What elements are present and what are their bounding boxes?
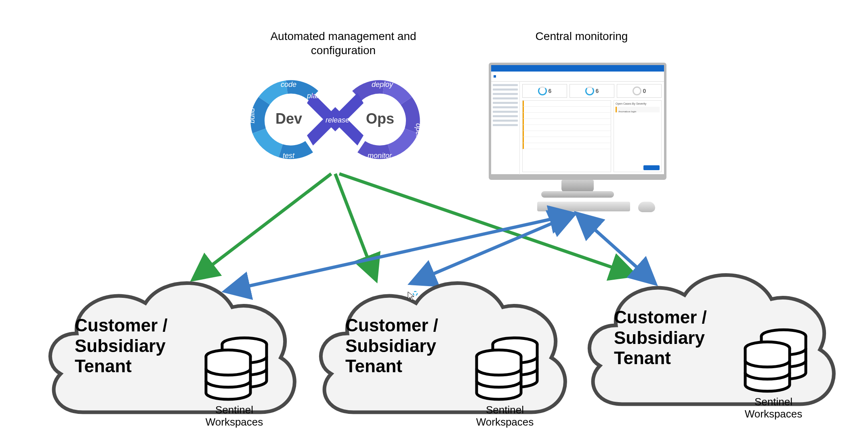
tenant-cloud-1: Customer / Subsidiary Tenant Sentinel Wo… (38, 267, 297, 436)
tenant-title-l3: Tenant (75, 356, 132, 376)
workspaces-l2: Workspaces (476, 416, 534, 428)
tenant-title-l3: Tenant (614, 348, 671, 368)
database-pair-icon (471, 335, 543, 406)
tenant-title: Customer / Subsidiary Tenant (345, 315, 467, 377)
mouse-cursor-icon (407, 291, 418, 302)
database-pair-icon (739, 327, 812, 398)
tenant-title-l2: Subsidiary (345, 336, 436, 356)
tenant-title-l3: Tenant (345, 356, 402, 376)
workspaces-l2: Workspaces (206, 416, 263, 428)
tenant-title-l1: Customer / (345, 315, 438, 335)
tenant-title-l2: Subsidiary (75, 336, 166, 356)
tenant-title: Customer / Subsidiary Tenant (614, 307, 735, 369)
database-pair-icon (200, 335, 273, 406)
tenant-cloud-2: Customer / Subsidiary Tenant Sentinel Wo… (309, 267, 567, 436)
tenant-title-l1: Customer / (614, 307, 707, 327)
workspaces-l1: Sentinel (215, 404, 253, 416)
workspaces-l1: Sentinel (755, 396, 792, 408)
workspaces-label: Sentinel Workspaces (471, 404, 539, 428)
workspaces-l1: Sentinel (486, 404, 524, 416)
workspaces-label: Sentinel Workspaces (200, 404, 269, 428)
svg-point-8 (413, 291, 417, 295)
tenant-title-l1: Customer / (75, 315, 168, 335)
workspaces-l2: Workspaces (745, 408, 803, 420)
tenant-title: Customer / Subsidiary Tenant (75, 315, 196, 377)
tenant-title-l2: Subsidiary (614, 328, 705, 348)
arrow-devops-to-cloud1 (194, 174, 331, 279)
workspaces-label: Sentinel Workspaces (739, 396, 808, 420)
tenant-cloud-3: Customer / Subsidiary Tenant Sentinel Wo… (578, 259, 836, 428)
